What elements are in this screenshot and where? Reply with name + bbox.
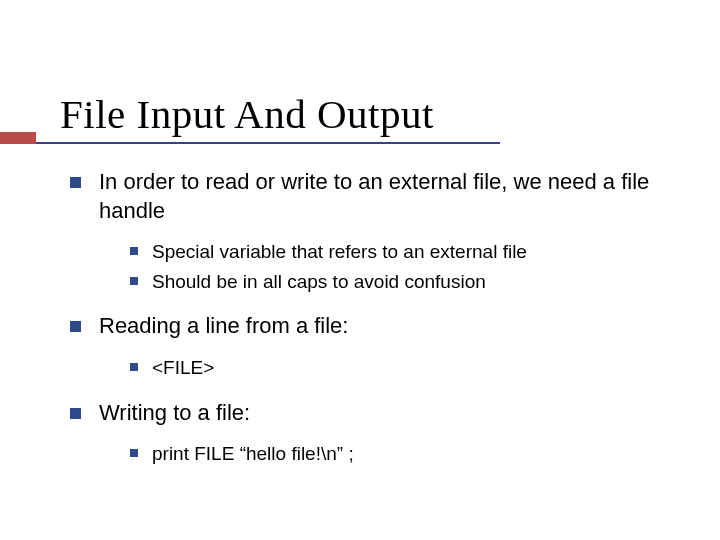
bullet-level-2: Should be in all caps to avoid confusion [130,269,670,295]
bullet-text: <FILE> [152,355,214,381]
square-bullet-icon [70,408,81,419]
bullet-level-1: In order to read or write to an external… [70,168,670,225]
square-bullet-icon [130,449,138,457]
bullet-text: print FILE “hello file!\n” ; [152,441,354,467]
square-bullet-icon [130,277,138,285]
square-bullet-icon [130,247,138,255]
slide-content: In order to read or write to an external… [70,168,670,467]
bullet-text: Reading a line from a file: [99,312,348,341]
bullet-children: Special variable that refers to an exter… [130,239,670,294]
square-bullet-icon [130,363,138,371]
bullet-level-2: print FILE “hello file!\n” ; [130,441,670,467]
title-accent [0,132,36,144]
bullet-level-2: <FILE> [130,355,670,381]
bullet-level-1: Reading a line from a file: [70,312,670,341]
square-bullet-icon [70,321,81,332]
bullet-level-2: Special variable that refers to an exter… [130,239,670,265]
bullet-text: In order to read or write to an external… [99,168,670,225]
bullet-children: print FILE “hello file!\n” ; [130,441,670,467]
title-underline [0,142,500,144]
slide-title: File Input And Output [60,90,670,138]
bullet-text: Should be in all caps to avoid confusion [152,269,486,295]
slide-title-wrap: File Input And Output [60,90,670,138]
bullet-children: <FILE> [130,355,670,381]
bullet-text: Special variable that refers to an exter… [152,239,527,265]
bullet-text: Writing to a file: [99,399,250,428]
bullet-level-1: Writing to a file: [70,399,670,428]
square-bullet-icon [70,177,81,188]
